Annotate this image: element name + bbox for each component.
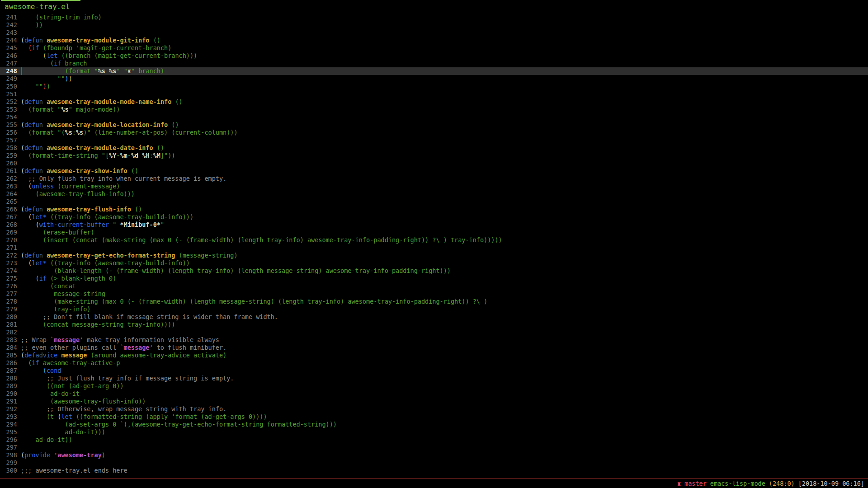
line-row[interactable]: 285(defadvice message (around awesome-tr…	[0, 352, 868, 359]
line-row[interactable]: 280 ;; Don't fill blank if message strin…	[0, 313, 868, 321]
line-row[interactable]: 251	[0, 90, 868, 98]
line-number: 262	[0, 175, 17, 183]
line-row[interactable]: 297	[0, 444, 868, 451]
line-row[interactable]: 287 (cond	[0, 367, 868, 375]
line-row[interactable]: 284;; even other plugins call `message' …	[0, 344, 868, 352]
line-row[interactable]: 269 (erase-buffer)	[0, 229, 868, 236]
line-number: 261	[0, 167, 17, 175]
line-code: ((not (ad-get-arg 0))	[17, 382, 124, 390]
line-number: 292	[0, 405, 17, 413]
line-row[interactable]: 241 (string-trim info)	[0, 14, 868, 21]
line-row[interactable]: 279 tray-info)	[0, 305, 868, 313]
line-number: 291	[0, 398, 17, 405]
line-row[interactable]: 276 (concat	[0, 282, 868, 290]
line-number: 264	[0, 190, 17, 198]
line-number: 288	[0, 375, 17, 382]
line-row[interactable]: 258(defun awesome-tray-module-date-info …	[0, 144, 868, 152]
line-row[interactable]: 248 (format "%s %s" "♜" branch)	[0, 67, 868, 75]
line-row[interactable]: 268 (with-current-buffer " *Minibuf-0*"	[0, 221, 868, 229]
line-row[interactable]: 262 ;; Only flush tray info when current…	[0, 175, 868, 183]
line-row[interactable]: 277 message-string	[0, 290, 868, 298]
line-row[interactable]: 273 (let* ((tray-info (awesome-tray-buil…	[0, 259, 868, 267]
line-row[interactable]: 255(defun awesome-tray-module-location-i…	[0, 121, 868, 129]
line-number: 274	[0, 267, 17, 275]
line-code: (defun awesome-tray-flush-info ()	[17, 206, 142, 213]
line-code: (concat message-string tray-info))))	[17, 321, 175, 328]
line-row[interactable]: 295 ad-do-it)))	[0, 428, 868, 436]
line-code: ""))	[17, 83, 50, 90]
line-number: 256	[0, 129, 17, 136]
line-row[interactable]: 246 (let ((branch (magit-get-current-bra…	[0, 52, 868, 60]
line-row[interactable]: 278 (make-string (max 0 (- (frame-width)…	[0, 298, 868, 305]
line-code: (insert (concat (make-string (max 0 (- (…	[17, 236, 502, 244]
line-row[interactable]: 293 (t (let ((formatted-string (apply 'f…	[0, 413, 868, 421]
line-number: 281	[0, 321, 17, 328]
line-code: ;; Wrap `message' make tray information …	[17, 336, 219, 344]
line-row[interactable]: 271	[0, 244, 868, 252]
line-row[interactable]: 244(defun awesome-tray-module-git-info (…	[0, 37, 868, 44]
line-row[interactable]: 288 ;; Just flush tray info if message s…	[0, 375, 868, 382]
line-number: 269	[0, 229, 17, 236]
line-row[interactable]: 300;;; awesome-tray.el ends here	[0, 467, 868, 474]
line-code: (defun awesome-tray-module-mode-name-inf…	[17, 98, 183, 106]
line-code: ;; even other plugins call `message' to …	[17, 344, 226, 352]
line-row[interactable]: 291 (awesome-tray-flush-info))	[0, 398, 868, 405]
statusbar: ♜ master emacs-lisp-mode (248:0) [2018-1…	[0, 479, 868, 488]
line-row[interactable]: 296 ad-do-it))	[0, 436, 868, 444]
line-code: (defun awesome-tray-get-echo-format-stri…	[17, 252, 238, 259]
line-row[interactable]: 253 (format "%s" major-mode))	[0, 106, 868, 113]
line-row[interactable]: 275 (if (> blank-length 0)	[0, 275, 868, 282]
line-code: (ad-set-args 0 `(,(awesome-tray-get-echo…	[17, 421, 337, 428]
line-row[interactable]: 250 ""))	[0, 83, 868, 90]
line-number: 286	[0, 359, 17, 367]
line-number: 260	[0, 160, 17, 167]
line-row[interactable]: 292 ;; Otherwise, wrap message string wi…	[0, 405, 868, 413]
line-row[interactable]: 264 (awesome-tray-flush-info)))	[0, 190, 868, 198]
line-row[interactable]: 289 ((not (ad-get-arg 0))	[0, 382, 868, 390]
line-row[interactable]: 261(defun awesome-tray-show-info ()	[0, 167, 868, 175]
line-number: 243	[0, 29, 17, 37]
line-row[interactable]: 266(defun awesome-tray-flush-info ()	[0, 206, 868, 213]
line-code: (if awesome-tray-active-p	[17, 359, 120, 367]
major-mode-label: emacs-lisp-mode	[710, 480, 765, 487]
line-row[interactable]: 294 (ad-set-args 0 `(,(awesome-tray-get-…	[0, 421, 868, 428]
line-number: 247	[0, 60, 17, 67]
line-code: ad-do-it	[17, 390, 80, 398]
line-row[interactable]: 260	[0, 160, 868, 167]
line-number: 257	[0, 136, 17, 144]
line-number: 259	[0, 152, 17, 160]
line-row[interactable]: 290 ad-do-it	[0, 390, 868, 398]
line-row[interactable]: 281 (concat message-string tray-info))))	[0, 321, 868, 328]
line-row[interactable]: 265	[0, 198, 868, 206]
line-code: (if (> blank-length 0)	[17, 275, 116, 282]
line-row[interactable]: 252(defun awesome-tray-module-mode-name-…	[0, 98, 868, 106]
line-code: (string-trim info)	[17, 14, 102, 21]
line-row[interactable]: 263 (unless (current-message)	[0, 183, 868, 190]
line-code: (blank-length (- (frame-width) (length t…	[17, 267, 451, 275]
line-row[interactable]: 259 (format-time-string "[%Y-%m-%d %H:%M…	[0, 152, 868, 160]
line-row[interactable]: 249 ""))	[0, 75, 868, 83]
line-row[interactable]: 274 (blank-length (- (frame-width) (leng…	[0, 267, 868, 275]
line-row[interactable]: 272(defun awesome-tray-get-echo-format-s…	[0, 252, 868, 259]
line-row[interactable]: 245 (if (fboundp 'magit-get-current-bran…	[0, 44, 868, 52]
line-row[interactable]: 298(provide 'awesome-tray)	[0, 451, 868, 459]
cursor-position: (248:0)	[769, 480, 795, 487]
line-row[interactable]: 257	[0, 136, 868, 144]
line-row[interactable]: 254	[0, 113, 868, 121]
code-area[interactable]: 241 (string-trim info)242 ))243244(defun…	[0, 14, 868, 474]
line-row[interactable]: 282	[0, 328, 868, 336]
line-row[interactable]: 247 (if branch	[0, 60, 868, 67]
line-code: ""))	[17, 75, 72, 83]
line-number: 268	[0, 221, 17, 229]
line-row[interactable]: 243	[0, 29, 868, 37]
line-number: 276	[0, 282, 17, 290]
line-row[interactable]: 270 (insert (concat (make-string (max 0 …	[0, 236, 868, 244]
line-number: 246	[0, 52, 17, 60]
line-row[interactable]: 286 (if awesome-tray-active-p	[0, 359, 868, 367]
line-row[interactable]: 299	[0, 459, 868, 467]
line-row[interactable]: 256 (format "(%s:%s)" (line-number-at-po…	[0, 129, 868, 136]
line-row[interactable]: 267 (let* ((tray-info (awesome-tray-buil…	[0, 213, 868, 221]
line-row[interactable]: 242 ))	[0, 21, 868, 29]
line-row[interactable]: 283;; Wrap `message' make tray informati…	[0, 336, 868, 344]
buffer-tab-indicator	[1, 0, 80, 1]
